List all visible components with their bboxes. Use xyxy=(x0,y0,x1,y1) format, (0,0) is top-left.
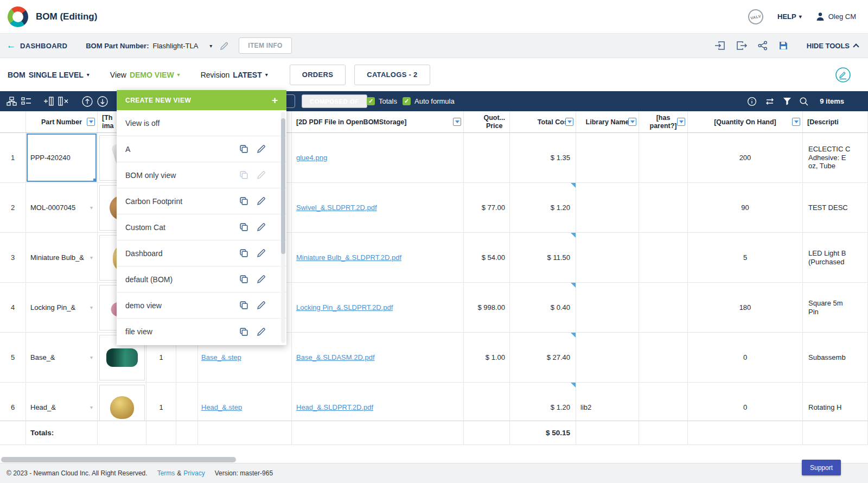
total-cost-cell[interactable]: $ 0.40 xyxy=(510,283,576,332)
row-number-cell[interactable]: 6 xyxy=(0,383,26,421)
copy-view-icon[interactable] xyxy=(239,301,248,310)
library-name-cell[interactable] xyxy=(576,133,639,182)
description-cell[interactable]: Square 5m Pin xyxy=(803,283,868,332)
has-parent-cell[interactable] xyxy=(639,383,688,421)
quantity-cell[interactable]: 1 xyxy=(146,383,176,421)
pdf-file-link[interactable]: glue4.png xyxy=(296,154,327,162)
description-cell[interactable]: Subassemb xyxy=(803,333,868,382)
filter-icon[interactable] xyxy=(783,97,792,105)
view-menu-item[interactable]: default (BOM) xyxy=(117,266,286,293)
privacy-link[interactable]: Privacy xyxy=(183,469,205,477)
column-filter-icon[interactable] xyxy=(87,118,95,126)
pdf-file-cell[interactable]: Locking Pin_&.SLDPRT.2D.pdf xyxy=(292,283,464,332)
qty-on-hand-cell[interactable]: 180 xyxy=(688,283,803,332)
header-total-cost[interactable]: Total Cost xyxy=(510,111,576,132)
total-cost-cell[interactable]: $ 1.20 xyxy=(510,383,576,421)
edit-view-icon[interactable] xyxy=(257,275,266,284)
step-file-link[interactable]: Base_&.step xyxy=(201,353,241,361)
chevron-down-icon[interactable]: ▾ xyxy=(90,255,93,260)
pdf-file-link[interactable]: Locking Pin_&.SLDPRT.2D.pdf xyxy=(296,303,393,312)
header-qty-on-hand[interactable]: [Quantity On Hand] xyxy=(688,111,803,132)
quote-price-cell[interactable]: $ 77.00 xyxy=(464,183,510,232)
chevron-down-icon[interactable]: ▾ xyxy=(90,304,93,310)
swap-columns-icon[interactable] xyxy=(764,97,775,106)
save-icon[interactable] xyxy=(778,41,788,50)
grid-cell[interactable] xyxy=(176,383,198,421)
edit-view-icon[interactable] xyxy=(257,301,266,310)
pdf-file-cell[interactable]: Head_&.SLDPRT.2D.pdf xyxy=(292,383,464,421)
header-quote-price[interactable]: Quot... Price xyxy=(464,111,510,132)
composed-of-button[interactable]: COMPOSED OF xyxy=(302,94,367,108)
support-button[interactable]: Support xyxy=(802,460,841,475)
view-menu-item[interactable]: Custom Cat xyxy=(117,214,286,240)
part-number-cell[interactable]: PPP-420240 xyxy=(26,133,98,182)
cad-file-cell[interactable]: Head_&.step xyxy=(198,383,292,421)
header-library-name[interactable]: Library Name xyxy=(576,111,639,132)
search-icon[interactable] xyxy=(799,97,809,106)
quote-price-cell[interactable] xyxy=(464,133,510,182)
has-parent-cell[interactable] xyxy=(639,183,688,232)
total-cost-cell[interactable]: $ 11.50 xyxy=(510,233,576,282)
step-file-link[interactable]: Head_&.step xyxy=(201,403,242,411)
export-icon[interactable] xyxy=(736,41,747,50)
horizontal-scrollbar[interactable] xyxy=(1,457,236,462)
column-filter-icon[interactable] xyxy=(792,118,800,126)
orders-button[interactable]: ORDERS xyxy=(290,65,346,85)
view-menu-item[interactable]: file view xyxy=(117,319,286,345)
library-name-cell[interactable] xyxy=(576,183,639,232)
header-description[interactable]: [Descripti xyxy=(803,111,868,132)
view-menu-item[interactable]: BOM only view xyxy=(117,162,286,188)
annotate-icon[interactable] xyxy=(834,66,852,84)
description-cell[interactable]: LED Light B (Purchased xyxy=(803,233,868,282)
thumbnail-cell[interactable] xyxy=(98,383,146,421)
hide-tools-button[interactable]: HIDE TOOLS xyxy=(807,42,858,50)
revision-selector[interactable]: Revision LATEST ▾ xyxy=(201,71,268,79)
import-icon[interactable] xyxy=(714,41,725,50)
move-up-icon[interactable] xyxy=(81,96,93,107)
back-to-dashboard-link[interactable]: ← DASHBOARD xyxy=(7,40,67,51)
quote-price-cell[interactable]: $ 998.00 xyxy=(464,283,510,332)
qty-on-hand-cell[interactable]: 0 xyxy=(688,333,803,382)
library-name-cell[interactable] xyxy=(576,283,639,332)
info-icon[interactable] xyxy=(747,97,757,106)
chevron-down-icon[interactable]: ▾ xyxy=(209,43,212,49)
library-name-cell[interactable]: lib2 xyxy=(576,383,639,421)
has-parent-cell[interactable] xyxy=(639,133,688,182)
catalogs-button[interactable]: CATALOGS - 2 xyxy=(354,65,430,85)
has-parent-cell[interactable] xyxy=(639,333,688,382)
column-filter-icon[interactable] xyxy=(453,118,461,126)
remove-column-icon[interactable] xyxy=(58,97,69,106)
part-number-cell[interactable]: Miniature Bulb_& ▾ xyxy=(26,233,98,282)
copy-view-icon[interactable] xyxy=(239,223,248,232)
has-parent-cell[interactable] xyxy=(639,233,688,282)
edit-view-icon[interactable] xyxy=(257,196,266,206)
description-cell[interactable]: TEST DESC xyxy=(803,183,868,232)
copy-view-icon[interactable] xyxy=(239,196,248,206)
has-parent-cell[interactable] xyxy=(639,283,688,332)
quote-price-cell[interactable]: $ 1.00 xyxy=(464,333,510,382)
bom-part-number-value[interactable]: Flashlight-TLA xyxy=(153,42,199,50)
terms-link[interactable]: Terms xyxy=(157,469,175,477)
library-name-cell[interactable] xyxy=(576,233,639,282)
copy-view-icon[interactable] xyxy=(239,327,248,336)
library-name-cell[interactable] xyxy=(576,333,639,382)
total-cost-cell[interactable]: $ 27.40 xyxy=(510,333,576,382)
flat-view-icon[interactable] xyxy=(21,97,31,105)
view-menu-item-current[interactable]: demo view xyxy=(117,293,286,319)
pdf-file-cell[interactable]: glue4.png xyxy=(292,133,464,182)
row-number-cell[interactable]: 4 xyxy=(0,283,26,332)
totals-checkbox[interactable]: ✓ Totals xyxy=(367,91,397,111)
edit-view-icon[interactable] xyxy=(257,144,266,154)
chevron-down-icon[interactable]: ▾ xyxy=(90,354,93,360)
create-new-view-button[interactable]: CREATE NEW VIEW + xyxy=(117,90,286,110)
help-menu[interactable]: HELP ▾ xyxy=(777,12,802,21)
dropdown-scrollbar[interactable] xyxy=(281,118,285,254)
copy-view-icon[interactable] xyxy=(239,275,248,284)
qty-on-hand-cell[interactable]: 90 xyxy=(688,183,803,232)
pdf-file-cell[interactable]: Base_&.SLDASM.2D.pdf xyxy=(292,333,464,382)
part-thumbnail-image[interactable] xyxy=(99,385,145,421)
total-cost-cell[interactable]: $ 1.20 xyxy=(510,183,576,232)
quote-price-cell[interactable] xyxy=(464,383,510,421)
edit-view-icon[interactable] xyxy=(257,327,266,336)
auto-formula-checkbox[interactable]: ✓ Auto formula xyxy=(403,91,455,111)
